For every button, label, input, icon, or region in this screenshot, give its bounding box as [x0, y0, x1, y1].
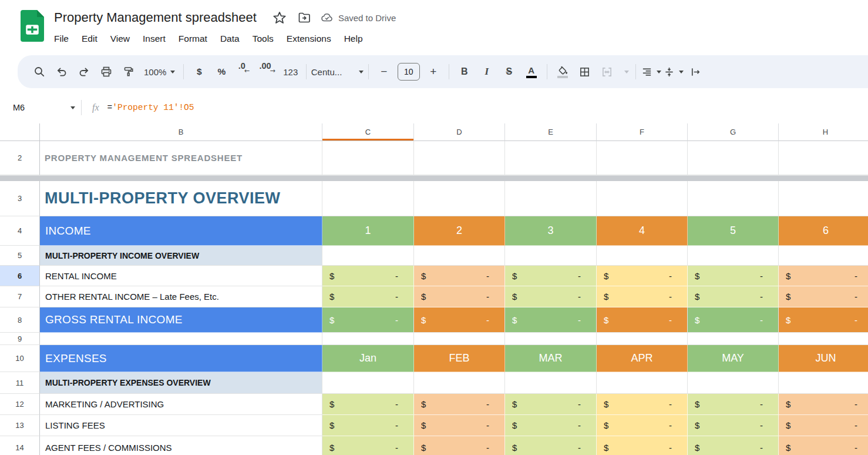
print-icon[interactable] — [96, 61, 117, 82]
cell-G8[interactable]: $- — [688, 307, 779, 333]
cell-E11[interactable] — [505, 372, 597, 394]
menu-view[interactable]: View — [104, 32, 136, 46]
cell-G5[interactable] — [688, 246, 779, 266]
cell-G12[interactable]: $- — [688, 394, 779, 415]
cell-B7[interactable]: OTHER RENTAL INCOME – Late Fees, Etc. — [40, 286, 322, 307]
menu-data[interactable]: Data — [214, 32, 246, 46]
cell-H6[interactable]: $- — [779, 266, 868, 286]
cell-C4[interactable]: 1 — [322, 216, 414, 246]
cell-D14[interactable]: $- — [414, 436, 505, 455]
cell-G3[interactable] — [688, 181, 779, 216]
row-header-10[interactable]: 10 — [0, 345, 40, 372]
cell-C3[interactable] — [322, 181, 414, 216]
text-color-button[interactable]: A — [521, 61, 542, 82]
cell-B13[interactable]: LISTING FEES — [40, 415, 322, 436]
menu-insert[interactable]: Insert — [136, 32, 172, 46]
cell-F13[interactable]: $- — [597, 415, 688, 436]
cell-H12[interactable]: $- — [779, 394, 868, 415]
row-header-2[interactable]: 2 — [0, 141, 40, 175]
row-header-5[interactable]: 5 — [0, 246, 40, 266]
font-family-select[interactable]: Centu... — [311, 61, 364, 82]
document-title[interactable]: Property Management spreadsheet — [54, 10, 257, 25]
cell-G9[interactable] — [688, 333, 779, 345]
cell-B14[interactable]: AGENT FEES / COMMISSIONS — [40, 436, 322, 455]
borders-button[interactable] — [574, 61, 596, 82]
italic-button[interactable]: I — [476, 61, 497, 82]
cell-H8[interactable]: $- — [779, 307, 868, 333]
cell-D3[interactable] — [414, 181, 505, 216]
redo-icon[interactable] — [73, 61, 95, 82]
cell-B3[interactable]: MULTI-PROPERTY OVERVIEW — [40, 181, 322, 216]
formula-input[interactable]: ='Property 11'!O5 — [107, 103, 194, 112]
cell-G6[interactable]: $- — [688, 266, 779, 286]
horizontal-align-button[interactable] — [641, 61, 662, 82]
cell-H13[interactable]: $- — [779, 415, 868, 436]
cell-E8[interactable]: $- — [505, 307, 597, 333]
cell-H7[interactable]: $- — [779, 286, 868, 307]
cell-E13[interactable]: $- — [505, 415, 597, 436]
menu-file[interactable]: File — [54, 32, 75, 46]
cell-B6[interactable]: RENTAL INCOME — [40, 266, 322, 286]
row-header-12[interactable]: 12 — [0, 394, 40, 415]
column-header-H[interactable]: H — [779, 123, 868, 141]
cell-D13[interactable]: $- — [414, 415, 505, 436]
cell-H11[interactable] — [779, 372, 868, 394]
decrease-font-size-button[interactable]: − — [374, 61, 395, 82]
cell-E9[interactable] — [505, 333, 597, 345]
cell-D2[interactable] — [414, 141, 505, 175]
name-box[interactable]: M6 — [0, 103, 75, 112]
cell-E10[interactable]: MAR — [505, 345, 597, 372]
menu-edit[interactable]: Edit — [75, 32, 104, 46]
merge-options-chevron-icon[interactable] — [619, 61, 631, 82]
cell-F6[interactable]: $- — [597, 266, 688, 286]
cell-B8[interactable]: GROSS RENTAL INCOME — [40, 307, 322, 333]
vertical-align-button[interactable] — [663, 61, 684, 82]
select-all-corner[interactable] — [0, 123, 40, 141]
cell-D8[interactable]: $- — [414, 307, 505, 333]
cell-C6[interactable]: $- — [322, 266, 414, 286]
star-icon[interactable] — [270, 8, 290, 28]
cell-H5[interactable] — [779, 246, 868, 266]
cell-C11[interactable] — [322, 372, 414, 394]
cell-F3[interactable] — [597, 181, 688, 216]
cell-F12[interactable]: $- — [597, 394, 688, 415]
row-header-3[interactable]: 3 — [0, 181, 40, 216]
cell-E6[interactable]: $- — [505, 266, 597, 286]
increase-font-size-button[interactable]: + — [423, 61, 444, 82]
cell-G7[interactable]: $- — [688, 286, 779, 307]
cell-B10[interactable]: EXPENSES — [40, 345, 322, 372]
menu-format[interactable]: Format — [172, 32, 214, 46]
cell-B12[interactable]: MARKETING / ADVERTISING — [40, 394, 322, 415]
cell-D7[interactable]: $- — [414, 286, 505, 307]
column-header-B[interactable]: B — [40, 123, 322, 141]
column-header-E[interactable]: E — [505, 123, 597, 141]
row-header-9[interactable]: 9 — [0, 333, 40, 345]
cell-H14[interactable]: $- — [779, 436, 868, 455]
cell-G10[interactable]: MAY — [688, 345, 779, 372]
cell-D9[interactable] — [414, 333, 505, 345]
cell-G13[interactable]: $- — [688, 415, 779, 436]
move-to-folder-icon[interactable] — [294, 8, 314, 28]
cell-C10[interactable]: Jan — [322, 345, 414, 372]
cell-C13[interactable]: $- — [322, 415, 414, 436]
cell-G4[interactable]: 5 — [688, 216, 779, 246]
cell-H2[interactable] — [779, 141, 868, 175]
merge-cells-button[interactable] — [597, 61, 618, 82]
search-icon[interactable] — [29, 61, 50, 82]
row-header-14[interactable]: 14 — [0, 436, 40, 455]
cell-B2[interactable]: PROPERTY MANAGEMENT SPREADSHEET — [40, 141, 322, 175]
format-percent-button[interactable]: % — [211, 61, 232, 82]
cell-F5[interactable] — [597, 246, 688, 266]
fill-color-button[interactable] — [552, 61, 573, 82]
column-header-F[interactable]: F — [597, 123, 688, 141]
cell-G11[interactable] — [688, 372, 779, 394]
cell-D10[interactable]: FEB — [414, 345, 505, 372]
cell-E12[interactable]: $- — [505, 394, 597, 415]
menu-extensions[interactable]: Extensions — [280, 32, 338, 46]
save-status[interactable]: Saved to Drive — [320, 11, 396, 25]
more-formats-button[interactable]: 123 — [280, 61, 301, 82]
cell-C8[interactable]: $- — [322, 307, 414, 333]
cell-F14[interactable]: $- — [597, 436, 688, 455]
cell-G2[interactable] — [688, 141, 779, 175]
cell-B9[interactable] — [40, 333, 322, 345]
